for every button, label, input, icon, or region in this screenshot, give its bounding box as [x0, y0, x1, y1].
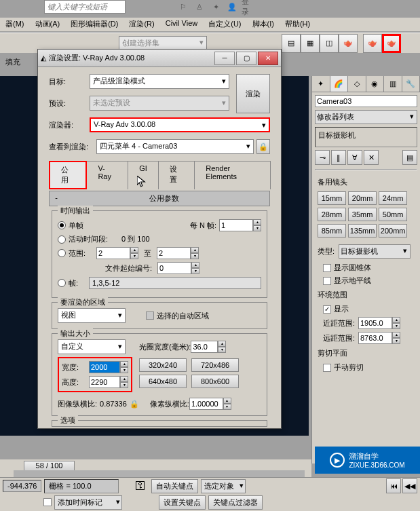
radio-single[interactable]: [58, 221, 66, 229]
menu-custom[interactable]: 自定义(U): [203, 18, 246, 31]
file-start-input[interactable]: [157, 262, 191, 274]
show-cone-checkbox[interactable]: [323, 264, 331, 272]
minimize-button[interactable]: ─: [214, 52, 235, 65]
preset-dropdown[interactable]: 未选定预设: [90, 96, 229, 111]
configure-icon[interactable]: ▤: [402, 150, 417, 165]
menu-render[interactable]: 渲染(R): [123, 18, 159, 31]
lens-135mm[interactable]: 135mm: [348, 224, 377, 238]
tab-common[interactable]: 公用: [49, 161, 87, 189]
lens-35mm[interactable]: 35mm: [348, 208, 377, 221]
view-dropdown[interactable]: 四元菜单 4 - Camera03: [96, 139, 254, 154]
lock-icon[interactable]: 🔒: [256, 139, 270, 154]
renderer-dropdown[interactable]: V-Ray Adv 3.00.08: [90, 117, 270, 132]
width-input[interactable]: [89, 361, 120, 373]
menu-script[interactable]: 脚本(I): [247, 18, 280, 31]
show-env-checkbox[interactable]: [323, 305, 331, 314]
modify-tab-icon[interactable]: 🌈: [330, 76, 349, 92]
area-dropdown[interactable]: 视图: [58, 308, 126, 323]
pixel-aspect-input[interactable]: [189, 398, 223, 410]
motion-tab-icon[interactable]: ◉: [366, 76, 385, 92]
lens-15mm[interactable]: 15mm: [318, 191, 346, 205]
remove-icon[interactable]: ✕: [364, 150, 379, 165]
preset-800x600[interactable]: 800x600: [191, 375, 239, 388]
goto-start-icon[interactable]: ⏮: [386, 478, 401, 493]
key-filter-button[interactable]: 关键点过滤器: [208, 495, 263, 510]
lens-20mm[interactable]: 20mm: [348, 191, 377, 205]
frames-input[interactable]: [89, 277, 261, 289]
tab-vray[interactable]: V-Ray: [86, 161, 128, 189]
object-name-input[interactable]: [315, 95, 417, 107]
pin-stack-icon[interactable]: ⊸: [315, 150, 330, 165]
preset-640x480[interactable]: 640x480: [139, 375, 187, 388]
radio-range[interactable]: [58, 249, 66, 257]
aperture-input[interactable]: [191, 341, 218, 353]
render-icon[interactable]: 🫖: [339, 34, 358, 53]
camera-type-dropdown[interactable]: 目标摄影机: [339, 244, 411, 259]
star-icon[interactable]: ✦: [209, 0, 223, 14]
create-tab-icon[interactable]: ✦: [312, 76, 330, 92]
render-frame-icon[interactable]: ◫: [320, 34, 339, 53]
menu-modifier[interactable]: 器(M): [0, 18, 30, 31]
utilities-tab-icon[interactable]: 🔧: [402, 76, 421, 92]
radio-active[interactable]: [58, 235, 66, 244]
lens-28mm[interactable]: 28mm: [318, 208, 346, 221]
material-editor-icon[interactable]: ▤: [282, 34, 301, 53]
aspect-lock-icon[interactable]: 🔒: [130, 400, 139, 409]
target-dropdown[interactable]: 产品级渲染模式: [90, 74, 229, 89]
auto-region-checkbox[interactable]: [146, 311, 154, 320]
make-unique-icon[interactable]: ∀: [347, 150, 362, 165]
menu-animation[interactable]: 动画(A): [30, 18, 66, 31]
show-horizon-checkbox[interactable]: [323, 277, 331, 285]
set-key-button[interactable]: 设置关键点: [159, 495, 206, 510]
menu-civil[interactable]: Civil View: [160, 18, 203, 31]
lens-85mm[interactable]: 85mm: [318, 224, 346, 238]
size-preset-dropdown[interactable]: 自定义: [58, 339, 126, 354]
dialog-titlebar[interactable]: ◭ 渲染设置: V-Ray Adv 3.00.08 ─ ▢ ✕: [38, 50, 281, 67]
key-icon[interactable]: ⚿: [135, 480, 146, 492]
preset-320x240[interactable]: 320x240: [139, 358, 187, 372]
timeline[interactable]: 58 / 100: [0, 459, 311, 477]
modifier-stack[interactable]: 目标摄影机: [315, 127, 417, 147]
hierarchy-tab-icon[interactable]: ◇: [348, 76, 366, 92]
tab-render-elements[interactable]: Render Elements: [194, 161, 271, 189]
tab-settings[interactable]: 设置: [158, 161, 195, 189]
prev-frame-icon[interactable]: ◀◀: [402, 478, 417, 493]
render-button[interactable]: 渲染: [236, 74, 270, 113]
search-input[interactable]: [44, 0, 126, 14]
menu-help[interactable]: 帮助(H): [280, 18, 316, 31]
range-from-input[interactable]: [96, 247, 130, 259]
render-setup-icon[interactable]: ▦: [301, 34, 320, 53]
modifier-list-dropdown[interactable]: 修改器列表: [315, 110, 417, 124]
near-input[interactable]: [358, 317, 392, 329]
time-tag-checkbox[interactable]: [43, 498, 52, 506]
common-params-header[interactable]: - 公用参数: [49, 191, 270, 206]
far-input[interactable]: [358, 332, 392, 344]
close-button[interactable]: ✕: [258, 52, 278, 65]
every-n-input[interactable]: [219, 219, 253, 231]
key-target-dropdown[interactable]: 选定对象: [201, 479, 246, 493]
display-tab-icon[interactable]: ▥: [384, 76, 402, 92]
spin-down[interactable]: ▾: [253, 225, 261, 231]
active-range: 0 到 100: [121, 234, 150, 244]
range-to-input[interactable]: [157, 247, 191, 259]
maximize-button[interactable]: ▢: [236, 52, 256, 65]
lens-200mm[interactable]: 200mm: [379, 224, 407, 238]
radio-frames[interactable]: [58, 279, 66, 287]
render-production-icon[interactable]: 🫖: [382, 34, 401, 53]
spin-up[interactable]: ▴: [253, 219, 261, 225]
show-end-icon[interactable]: ‖: [331, 150, 346, 165]
login-label[interactable]: 登录: [242, 0, 255, 14]
time-tag-dropdown[interactable]: 添加时间标记: [54, 495, 122, 510]
preset-720x486[interactable]: 720x486: [191, 358, 239, 372]
user-icon[interactable]: ♙: [193, 0, 206, 14]
lens-50mm[interactable]: 50mm: [379, 208, 407, 221]
manual-clip-checkbox[interactable]: [323, 364, 331, 372]
lens-24mm[interactable]: 24mm: [379, 191, 407, 205]
bookmark-icon[interactable]: ⚐: [176, 0, 190, 14]
time-ruler[interactable]: [14, 470, 305, 477]
menu-graph[interactable]: 图形编辑器(D): [65, 18, 123, 31]
avatar-icon[interactable]: 👤: [225, 0, 239, 14]
height-input[interactable]: [89, 376, 120, 388]
teapot-icon[interactable]: 🫖: [363, 34, 382, 53]
auto-key-button[interactable]: 自动关键点: [151, 479, 198, 493]
